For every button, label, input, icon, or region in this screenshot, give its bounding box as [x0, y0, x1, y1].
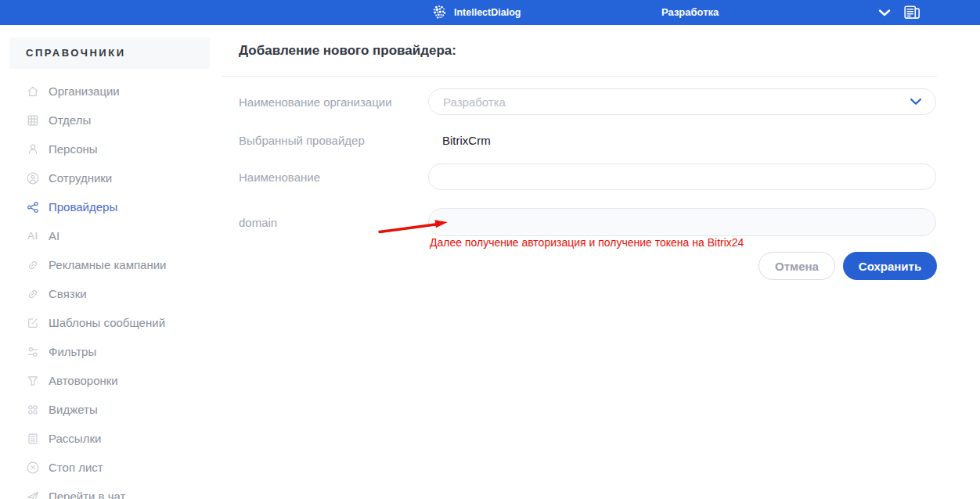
- sidebar-item-mailings[interactable]: Рассылки: [0, 424, 219, 453]
- sidebar-item-persons[interactable]: Персоны: [0, 135, 219, 163]
- sidebar-item-label: Виджеты: [49, 403, 98, 416]
- sidebar-item-label: Автоворонки: [49, 374, 118, 387]
- app-header: IntellectDialog Разработка: [0, 0, 980, 25]
- sidebar-item-label: Перейти в чат: [49, 490, 125, 499]
- selected-provider-value: BitrixCrm: [442, 134, 491, 147]
- form-actions: Отмена Сохранить: [758, 252, 937, 280]
- sidebar-item-label: Сотрудники: [49, 171, 112, 185]
- paper-plane-icon: [26, 490, 40, 499]
- sidebar-item-go-to-chat[interactable]: Перейти в чат: [0, 482, 219, 499]
- annotation-note: Далее получение авторизация и получение …: [430, 236, 744, 249]
- ai-icon: AI: [26, 229, 40, 243]
- sidebar-item-widgets[interactable]: Виджеты: [0, 395, 219, 424]
- cancel-button[interactable]: Отмена: [758, 252, 835, 280]
- sidebar-item-label: Организации: [49, 84, 120, 98]
- sidebar-item-message-templates[interactable]: Шаблоны сообщений: [0, 308, 219, 337]
- divider: [222, 76, 937, 77]
- share-nodes-icon: [26, 200, 40, 214]
- sidebar-item-label: Стоп лист: [49, 461, 103, 474]
- chevron-down-icon[interactable]: [878, 9, 891, 16]
- main-content: Добавление нового провайдера: Наименован…: [219, 25, 980, 499]
- sidebar-item-organizations[interactable]: Организации: [0, 77, 219, 106]
- widgets-icon: [26, 403, 40, 417]
- sidebar-item-label: Рекламные кампании: [49, 258, 166, 271]
- page-title: Добавление нового провайдера:: [239, 43, 456, 59]
- sidebar-item-links[interactable]: Связки: [0, 279, 219, 308]
- sliders-icon: [26, 345, 40, 359]
- name-input[interactable]: [428, 163, 936, 190]
- select-placeholder: Разработка: [443, 95, 506, 109]
- home-icon: [26, 84, 40, 99]
- person-icon: [26, 142, 40, 156]
- sidebar-item-autofunnels[interactable]: Автоворонки: [0, 366, 219, 395]
- field-label: Наименование: [239, 171, 320, 184]
- sidebar-item-stop-list[interactable]: Стоп лист: [0, 453, 219, 482]
- sidebar-item-label: Отделы: [49, 113, 91, 127]
- brand-logo[interactable]: IntellectDialog: [431, 0, 521, 25]
- document-lines-icon: [26, 432, 40, 446]
- sidebar-item-label: Провайдеры: [49, 200, 117, 214]
- form-row-selected-provider: Выбранный провайдер BitrixCrm: [219, 127, 937, 153]
- sidebar-item-label: Рассылки: [49, 432, 101, 445]
- sidebar-item-ai[interactable]: AI AI: [0, 221, 219, 250]
- sidebar-item-label: Шаблоны сообщений: [49, 316, 165, 329]
- field-label: Наименование организации: [239, 95, 392, 109]
- newspaper-icon[interactable]: [903, 5, 921, 20]
- field-label: domain: [239, 216, 277, 229]
- sidebar-item-label: Связки: [49, 287, 87, 300]
- chevron-down-icon: [910, 99, 921, 105]
- sidebar-item-label: AI: [49, 229, 59, 242]
- circle-x-icon: [26, 461, 40, 475]
- sidebar-item-employees[interactable]: Сотрудники: [0, 163, 219, 192]
- compose-icon: [26, 316, 40, 330]
- sidebar-title: СПРАВОЧНИКИ: [9, 38, 210, 69]
- funnel-icon: [26, 374, 40, 388]
- sidebar-item-departments[interactable]: Отделы: [0, 106, 219, 135]
- brain-logo-icon: [431, 4, 449, 21]
- link-icon: [26, 258, 40, 272]
- sidebar: СПРАВОЧНИКИ Организации Отделы Персоны: [0, 25, 219, 499]
- form-row-domain: domain: [219, 208, 937, 236]
- domain-input[interactable]: [428, 208, 936, 236]
- sidebar-item-label: Персоны: [49, 142, 98, 156]
- sidebar-item-providers[interactable]: Провайдеры: [0, 192, 219, 221]
- sidebar-item-label: Фильтры: [49, 345, 96, 358]
- form-row-name: Наименование: [219, 163, 937, 190]
- form-row-organization: Наименование организации Разработка: [219, 88, 937, 115]
- organization-select[interactable]: Разработка: [428, 88, 936, 115]
- sidebar-item-filters[interactable]: Фильтры: [0, 337, 219, 366]
- grid-icon: [26, 113, 40, 127]
- person-circle-icon: [26, 171, 40, 185]
- brand-name: IntellectDialog: [454, 7, 521, 18]
- sidebar-item-ad-campaigns[interactable]: Рекламные кампании: [0, 250, 219, 279]
- field-label: Выбранный провайдер: [239, 134, 365, 147]
- link-icon: [26, 287, 40, 301]
- save-button[interactable]: Сохранить: [843, 252, 937, 280]
- workspace-name[interactable]: Разработка: [661, 0, 719, 25]
